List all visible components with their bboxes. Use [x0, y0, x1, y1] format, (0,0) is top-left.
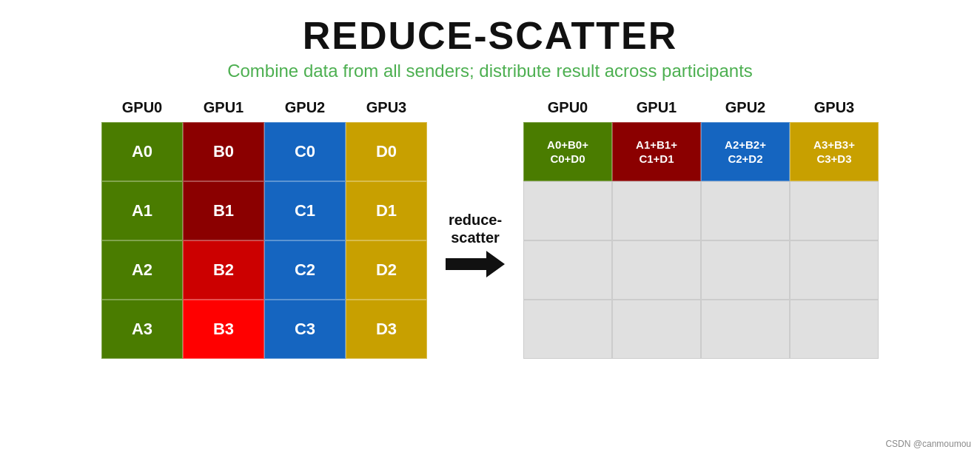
page-title: REDUCE-SCATTER [0, 0, 980, 58]
cell-d1: D1 [346, 181, 427, 240]
right-header-gpu1: GPU1 [612, 99, 701, 116]
empty-cell-gpu2-2 [701, 240, 790, 300]
arrow-icon [446, 251, 505, 277]
left-header-gpu1: GPU1 [183, 99, 264, 116]
left-gpu-section: GPU0 GPU1 GPU2 GPU3 A0 A1 A2 A3 B0 B1 B2… [101, 99, 427, 359]
result-cell-gpu0: A0+B0+C0+D0 [523, 122, 612, 181]
cell-b1: B1 [183, 181, 264, 240]
main-content: GPU0 GPU1 GPU2 GPU3 A0 A1 A2 A3 B0 B1 B2… [0, 99, 980, 359]
arrow-label: reduce-scatter [449, 211, 502, 246]
empty-cell-gpu1-1 [612, 181, 701, 240]
cell-a3: A3 [101, 300, 183, 359]
cell-a1: A1 [101, 181, 183, 240]
right-gpu-section: GPU0 GPU1 GPU2 GPU3 A0+B0+C0+D0 A1+B1+C1… [523, 99, 879, 359]
right-headers: GPU0 GPU1 GPU2 GPU3 [523, 99, 879, 116]
right-header-gpu2: GPU2 [701, 99, 790, 116]
cell-a2: A2 [101, 240, 183, 300]
empty-cell-gpu3-3 [790, 300, 879, 359]
cell-c2: C2 [264, 240, 346, 300]
page-subtitle: Combine data from all senders; distribut… [0, 61, 980, 81]
empty-cell-gpu1-3 [612, 300, 701, 359]
left-header-gpu0: GPU0 [101, 99, 183, 116]
empty-cell-gpu3-1 [790, 181, 879, 240]
right-col-gpu0: A0+B0+C0+D0 [523, 122, 612, 359]
svg-marker-0 [446, 251, 505, 277]
cell-c0: C0 [264, 122, 346, 181]
cell-a0: A0 [101, 122, 183, 181]
arrow-section: reduce-scatter [427, 211, 523, 277]
cell-d0: D0 [346, 122, 427, 181]
cell-c1: C1 [264, 181, 346, 240]
left-headers: GPU0 GPU1 GPU2 GPU3 [101, 99, 427, 116]
cell-c3: C3 [264, 300, 346, 359]
left-grid: A0 A1 A2 A3 B0 B1 B2 B3 C0 C1 C2 C3 D0 [101, 122, 427, 359]
empty-cell-gpu0-1 [523, 181, 612, 240]
empty-cell-gpu0-2 [523, 240, 612, 300]
empty-cell-gpu2-1 [701, 181, 790, 240]
left-col-gpu1: B0 B1 B2 B3 [183, 122, 264, 359]
right-grid: A0+B0+C0+D0 A1+B1+C1+D1 A2+B2+C2+D2 [523, 122, 879, 359]
empty-cell-gpu3-2 [790, 240, 879, 300]
left-col-gpu0: A0 A1 A2 A3 [101, 122, 183, 359]
watermark: CSDN @canmoumou [885, 439, 971, 449]
result-cell-gpu3: A3+B3+C3+D3 [790, 122, 879, 181]
right-header-gpu3: GPU3 [790, 99, 879, 116]
left-header-gpu3: GPU3 [346, 99, 427, 116]
right-col-gpu2: A2+B2+C2+D2 [701, 122, 790, 359]
cell-b2: B2 [183, 240, 264, 300]
empty-cell-gpu2-3 [701, 300, 790, 359]
left-header-gpu2: GPU2 [264, 99, 346, 116]
cell-d2: D2 [346, 240, 427, 300]
right-header-gpu0: GPU0 [523, 99, 612, 116]
left-col-gpu2: C0 C1 C2 C3 [264, 122, 346, 359]
cell-d3: D3 [346, 300, 427, 359]
left-col-gpu3: D0 D1 D2 D3 [346, 122, 427, 359]
empty-cell-gpu0-3 [523, 300, 612, 359]
result-cell-gpu2: A2+B2+C2+D2 [701, 122, 790, 181]
right-col-gpu1: A1+B1+C1+D1 [612, 122, 701, 359]
right-col-gpu3: A3+B3+C3+D3 [790, 122, 879, 359]
cell-b3: B3 [183, 300, 264, 359]
cell-b0: B0 [183, 122, 264, 181]
empty-cell-gpu1-2 [612, 240, 701, 300]
result-cell-gpu1: A1+B1+C1+D1 [612, 122, 701, 181]
